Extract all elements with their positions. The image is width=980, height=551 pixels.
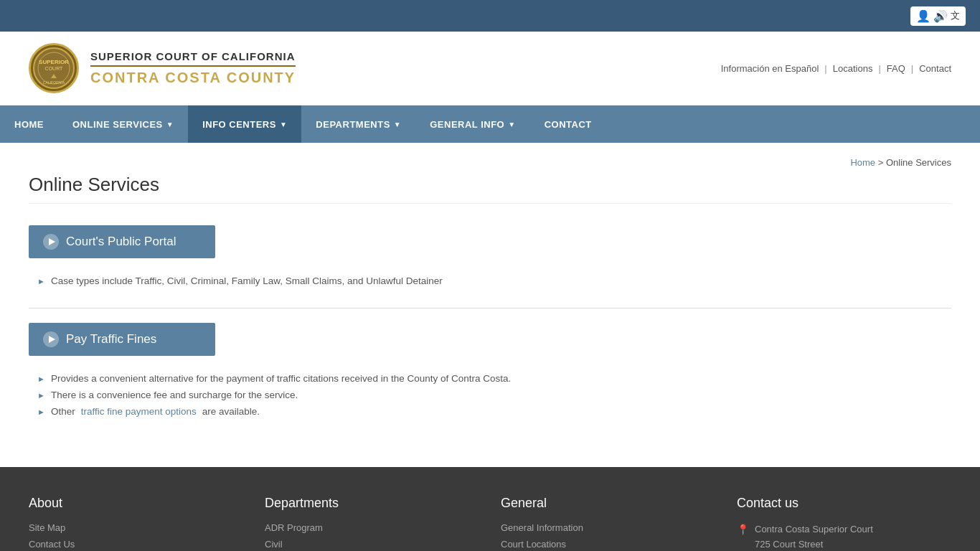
bullet-arrow-2: ► (37, 391, 45, 400)
general-info-arrow: ▼ (508, 121, 515, 128)
map-icon: 📍 (737, 524, 749, 535)
pay-traffic-label: Pay Traffic Fines (66, 332, 156, 347)
footer-general-info[interactable]: General Information (501, 522, 715, 533)
departments-nav[interactable]: DEPARTMENTS ▼ (301, 105, 415, 143)
footer-contact-title: Contact us (737, 496, 951, 511)
footer-court-locations[interactable]: Court Locations (501, 539, 715, 550)
departments-arrow: ▼ (394, 121, 401, 128)
traffic-fine-link[interactable]: traffic fine payment options (81, 406, 197, 417)
footer-court-name: Contra Costa Superior Court (755, 522, 873, 537)
bullet-text: Case types include Traffic, Civil, Crimi… (51, 276, 443, 286)
spanish-link[interactable]: Información en Español (721, 63, 819, 74)
court-seal: SUPERIOR COURT CALIFORNIA (29, 43, 79, 93)
court-portal-button[interactable]: Court's Public Portal (29, 225, 215, 258)
info-centers-nav[interactable]: INFO CENTERS ▼ (188, 105, 301, 143)
footer-sitemap[interactable]: Site Map (29, 522, 243, 533)
main-content: Online Services Court's Public Portal ► … (0, 174, 980, 467)
footer-contact: Contact us 📍 Contra Costa Superior Court… (737, 496, 951, 551)
footer-contact-us[interactable]: Contact Us (29, 539, 243, 550)
bullet-text-2: There is a convenience fee and surcharge… (51, 390, 298, 400)
footer-address: Contra Costa Superior Court 725 Court St… (755, 522, 873, 551)
svg-text:CALIFORNIA: CALIFORNIA (43, 80, 65, 85)
footer-adr[interactable]: ADR Program (265, 522, 479, 533)
person-icon: 👤 (916, 9, 930, 23)
breadcrumb: Home > Online Services (0, 143, 980, 174)
logo-divider (90, 65, 296, 67)
section-divider (29, 308, 951, 309)
logo-area: SUPERIOR COURT CALIFORNIA SUPERIOR COURT… (29, 43, 296, 93)
bullet-arrow-3: ► (37, 408, 45, 416)
pay-traffic-section: Pay Traffic Fines ► Provides a convenien… (29, 323, 951, 417)
bullet-item-1: ► Provides a convenient alternative for … (37, 373, 951, 384)
contact-nav[interactable]: CONTACT (530, 105, 606, 143)
court-portal-label: Court's Public Portal (66, 235, 176, 249)
svg-text:COURT: COURT (45, 66, 63, 71)
bullet-arrow: ► (37, 277, 45, 286)
footer-grid: About Site Map Contact Us Departments AD… (29, 496, 951, 551)
locations-link[interactable]: Locations (833, 63, 873, 74)
court-name-line2: CONTRA COSTA COUNTY (90, 70, 296, 86)
info-centers-arrow: ▼ (280, 121, 287, 128)
accessibility-widget[interactable]: 👤 🔊 文 (910, 6, 966, 26)
play-icon-traffic (43, 331, 59, 347)
court-portal-section: Court's Public Portal ► Case types inclu… (29, 225, 951, 286)
footer-general-title: General (501, 496, 715, 511)
footer-departments-title: Departments (265, 496, 479, 511)
svg-text:SUPERIOR: SUPERIOR (39, 59, 69, 65)
page-title: Online Services (29, 174, 951, 204)
footer-about-title: About (29, 496, 243, 511)
online-services-arrow: ▼ (166, 121, 174, 128)
online-services-nav[interactable]: ONLINE SERVICES ▼ (58, 105, 188, 143)
general-info-nav[interactable]: GENERAL INFO ▼ (415, 105, 529, 143)
breadcrumb-current: Online Services (886, 157, 951, 168)
footer-general: General General Information Court Locati… (501, 496, 715, 551)
bullet-item-3: ► Other traffic fine payment options are… (37, 406, 951, 417)
pay-traffic-button[interactable]: Pay Traffic Fines (29, 323, 215, 356)
play-icon-portal (43, 234, 59, 250)
bullet-before-link: Other (51, 406, 75, 417)
bullet-after-link: are available. (202, 406, 260, 417)
site-footer: About Site Map Contact Us Departments AD… (0, 467, 980, 551)
sound-icon: 🔊 (933, 9, 948, 23)
breadcrumb-separator: > (878, 157, 884, 168)
site-header: SUPERIOR COURT CALIFORNIA SUPERIOR COURT… (0, 32, 980, 105)
breadcrumb-home[interactable]: Home (850, 157, 875, 168)
court-portal-bullets: ► Case types include Traffic, Civil, Cri… (29, 267, 951, 286)
main-nav: HOME ONLINE SERVICES ▼ INFO CENTERS ▼ DE… (0, 105, 980, 143)
footer-address-row: 📍 Contra Costa Superior Court 725 Court … (737, 522, 951, 551)
footer-address-line1: 725 Court Street (755, 537, 873, 551)
faq-link[interactable]: FAQ (887, 63, 905, 74)
bullet-item-2: ► There is a convenience fee and surchar… (37, 390, 951, 400)
bullet-arrow-1: ► (37, 375, 45, 383)
play-triangle-traffic (49, 336, 55, 343)
court-name-line1: SUPERIOR COURT OF CALIFORNIA (90, 50, 296, 62)
header-links: Información en Español | Locations | FAQ… (721, 63, 951, 74)
bullet-text-1: Provides a convenient alternative for th… (51, 373, 511, 384)
footer-departments: Departments ADR Program Civil (265, 496, 479, 551)
footer-civil[interactable]: Civil (265, 539, 479, 550)
logo-text: SUPERIOR COURT OF CALIFORNIA CONTRA COST… (90, 50, 296, 86)
play-triangle (49, 238, 55, 245)
contact-header-link[interactable]: Contact (919, 63, 951, 74)
translate-icon: 文 (951, 9, 960, 22)
pay-traffic-bullets: ► Provides a convenient alternative for … (29, 364, 951, 417)
bullet-item: ► Case types include Traffic, Civil, Cri… (37, 276, 951, 286)
top-bar: 👤 🔊 文 (0, 0, 980, 32)
home-nav[interactable]: HOME (0, 105, 58, 143)
footer-about: About Site Map Contact Us (29, 496, 243, 551)
